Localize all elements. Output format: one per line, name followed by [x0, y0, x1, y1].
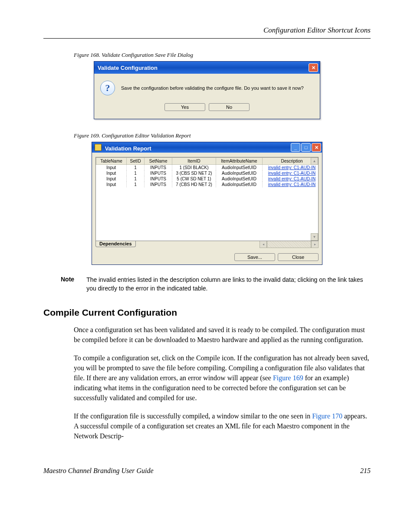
close-button[interactable]: Close: [278, 253, 319, 261]
paragraph-2: To compile a configuration set, click on…: [74, 353, 371, 403]
note-label: Note: [61, 276, 74, 293]
cell-set_name: INPUTS: [145, 176, 172, 182]
close-icon[interactable]: ✕: [309, 63, 318, 72]
col-setname[interactable]: SetName: [145, 158, 172, 165]
cell-set_id: 1: [127, 182, 145, 187]
dialog-titlebar: Validate Configuration ✕: [94, 62, 320, 74]
cell-item_attr: AudioInputSetUID: [216, 182, 262, 187]
scroll-left-icon[interactable]: ◂: [260, 241, 267, 248]
col-itemid[interactable]: ItemID: [172, 158, 216, 165]
cell-set_name: INPUTS: [145, 170, 172, 176]
paragraph-1: Once a configuration set has been valida…: [74, 325, 371, 345]
page-number: 215: [360, 467, 371, 475]
footer-title: Maestro Channel Branding User Guide: [43, 467, 154, 475]
cell-item_attr: AudioInputSetUID: [216, 176, 262, 182]
figure-168-caption: Figure 168. Validate Configuration Save …: [74, 52, 371, 59]
figure-169-caption: Figure 169. Configuration Editor Validat…: [74, 132, 371, 139]
report-title: Validation Report: [105, 145, 151, 152]
cell-item_attr: AudioInputSetUID: [216, 165, 262, 171]
save-button[interactable]: Save...: [234, 253, 275, 261]
cell-table_name: Input: [96, 182, 127, 187]
table-header-row: TableName SetID SetName ItemID ItemAttri…: [96, 158, 319, 165]
cell-table_name: Input: [96, 176, 127, 182]
header-rule: [43, 38, 371, 39]
cell-set_id: 1: [127, 170, 145, 176]
cell-item_id: 3 (CBS SD NET 2): [172, 170, 216, 176]
report-grid: TableName SetID SetName ItemID ItemAttri…: [95, 157, 319, 241]
col-setid[interactable]: SetID: [127, 158, 145, 165]
invalid-entry-link[interactable]: invalid entry: C1-AUD-IN: [268, 171, 315, 176]
figure-169-link[interactable]: Figure 169: [273, 374, 303, 382]
question-icon: ?: [100, 81, 115, 95]
col-desc[interactable]: Description: [263, 158, 319, 165]
close-icon[interactable]: ✕: [312, 143, 321, 152]
section-heading: Compile Current Configuration: [43, 307, 371, 318]
validation-report-window: Validation Report _ □ ✕ TableName: [92, 142, 322, 265]
cell-item_id: 5 (CW SD NET 1): [172, 176, 216, 182]
table-row: Input1INPUTS5 (CW SD NET 1)AudioInputSet…: [96, 176, 319, 182]
maximize-icon[interactable]: □: [301, 143, 311, 152]
page-header: Configuration Editor Shortcut Icons: [43, 26, 371, 35]
cell-description: invalid entry: C1-AUD-IN: [263, 182, 319, 187]
minimize-icon[interactable]: _: [291, 143, 300, 152]
dialog-message: Save the configuration before validating…: [121, 85, 304, 91]
cell-item_id: 1 (SDI BLACK): [172, 165, 216, 171]
scroll-up-icon[interactable]: ▲: [311, 157, 318, 165]
scroll-right-icon[interactable]: ▸: [311, 241, 319, 248]
invalid-entry-link[interactable]: invalid entry: C1-AUD-IN: [268, 182, 315, 187]
invalid-entry-link[interactable]: invalid entry: C1-AUD-IN: [268, 165, 315, 170]
validate-config-dialog: Validate Configuration ✕ ? Save the conf…: [94, 61, 320, 119]
table-row: Input1INPUTS7 (CBS HD NET 2)AudioInputSe…: [96, 182, 319, 187]
col-tablename[interactable]: TableName: [96, 158, 127, 165]
paragraph-3: If the configuration file is successfull…: [74, 411, 371, 441]
figure-170-link[interactable]: Figure 170: [312, 412, 342, 420]
cell-item_id: 7 (CBS HD NET 2): [172, 182, 216, 187]
cell-description: invalid entry: C1-AUD-IN: [263, 176, 319, 182]
col-itemattr[interactable]: ItemAttributeName: [216, 158, 262, 165]
cell-set_name: INPUTS: [145, 165, 172, 171]
cell-set_id: 1: [127, 176, 145, 182]
cell-set_id: 1: [127, 165, 145, 171]
dialog-title: Validate Configuration: [98, 65, 158, 71]
cell-item_attr: AudioInputSetUID: [216, 170, 262, 176]
cell-description: invalid entry: C1-AUD-IN: [263, 170, 319, 176]
report-titlebar: Validation Report _ □ ✕: [92, 142, 322, 153]
para3-text-a: If the configuration file is successfull…: [74, 412, 312, 420]
cell-table_name: Input: [96, 170, 127, 176]
cell-description: invalid entry: C1-AUD-IN: [263, 165, 319, 171]
tab-dependencies[interactable]: Dependencies: [95, 241, 136, 247]
yes-button[interactable]: Yes: [164, 103, 205, 111]
cell-table_name: Input: [96, 165, 127, 171]
note-text: The invalid entries listed in the descri…: [86, 276, 371, 293]
window-icon: [95, 144, 102, 151]
hscroll-track[interactable]: [267, 241, 311, 248]
invalid-entry-link[interactable]: invalid entry: C1-AUD-IN: [268, 176, 315, 181]
table-row: Input1INPUTS3 (CBS SD NET 2)AudioInputSe…: [96, 170, 319, 176]
no-button[interactable]: No: [209, 103, 250, 111]
cell-set_name: INPUTS: [145, 182, 172, 187]
table-row: Input1INPUTS1 (SDI BLACK)AudioInputSetUI…: [96, 165, 319, 171]
scroll-down-icon[interactable]: ▼: [311, 233, 318, 241]
